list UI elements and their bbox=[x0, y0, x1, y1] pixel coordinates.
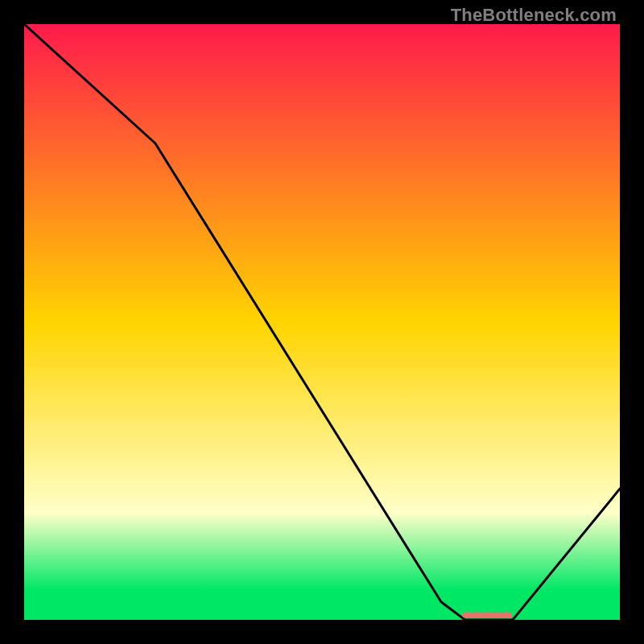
gradient-background bbox=[24, 24, 620, 620]
plot-area bbox=[24, 24, 620, 620]
watermark-text: TheBottleneck.com bbox=[451, 5, 617, 26]
chart-svg bbox=[24, 24, 620, 620]
baseline-strip bbox=[24, 613, 620, 620]
chart-container: TheBottleneck.com bbox=[0, 0, 644, 644]
